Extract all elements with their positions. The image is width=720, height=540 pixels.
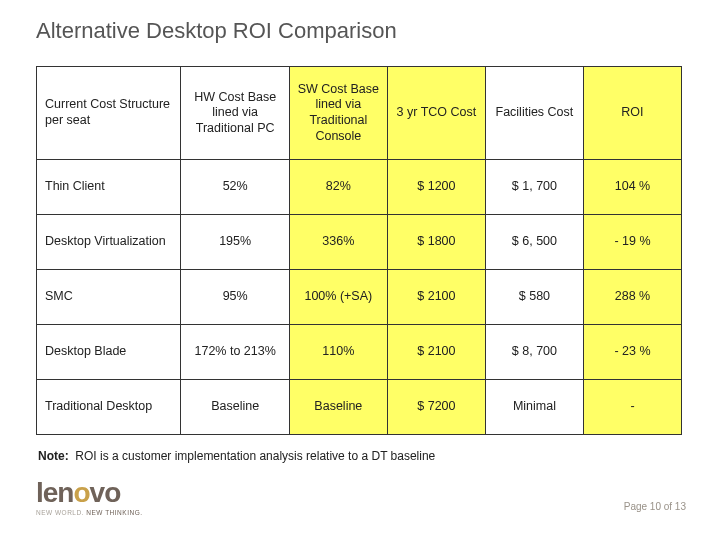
table-row: Desktop Virtualization 195% 336% $ 1800 … (37, 215, 682, 270)
lenovo-tagline: NEW WORLD. NEW THINKING. (36, 509, 143, 516)
table-row: Desktop Blade 172% to 213% 110% $ 2100 $… (37, 325, 682, 380)
cell-fac: $ 580 (485, 270, 583, 325)
cell-sw: 336% (289, 215, 387, 270)
cell-tco: $ 1200 (387, 160, 485, 215)
cell-fac: $ 8, 700 (485, 325, 583, 380)
cell-hw: 195% (181, 215, 289, 270)
table-row: Thin Client 52% 82% $ 1200 $ 1, 700 104 … (37, 160, 682, 215)
cell-roi: - (583, 380, 681, 435)
cell-roi: - 23 % (583, 325, 681, 380)
cell-tco: $ 1800 (387, 215, 485, 270)
cell-fac: Minimal (485, 380, 583, 435)
table-row: Traditional Desktop Baseline Baseline $ … (37, 380, 682, 435)
cell-hw: Baseline (181, 380, 289, 435)
lenovo-wordmark: lenovo (36, 479, 143, 507)
row-name: Thin Client (37, 160, 181, 215)
footnote-label: Note: (38, 449, 69, 463)
table-header-row: Current Cost Structure per seat HW Cost … (37, 67, 682, 160)
cell-fac: $ 1, 700 (485, 160, 583, 215)
cell-sw: 110% (289, 325, 387, 380)
cell-tco: $ 2100 (387, 325, 485, 380)
cell-roi: 104 % (583, 160, 681, 215)
cell-tco: $ 2100 (387, 270, 485, 325)
cell-fac: $ 6, 500 (485, 215, 583, 270)
cell-tco: $ 7200 (387, 380, 485, 435)
table-row: SMC 95% 100% (+SA) $ 2100 $ 580 288 % (37, 270, 682, 325)
cell-sw: 100% (+SA) (289, 270, 387, 325)
col-header-structure: Current Cost Structure per seat (37, 67, 181, 160)
cell-sw: 82% (289, 160, 387, 215)
lenovo-logo: lenovo NEW WORLD. NEW THINKING. (36, 479, 143, 516)
logo-pre: len (36, 477, 73, 508)
logo-accent: o (73, 477, 89, 508)
footnote-text: ROI is a customer implementation analysi… (75, 449, 435, 463)
col-header-sw: SW Cost Base lined via Traditional Conso… (289, 67, 387, 160)
col-header-hw: HW Cost Base lined via Traditional PC (181, 67, 289, 160)
logo-post: vo (90, 477, 121, 508)
col-header-fac: Facilities Cost (485, 67, 583, 160)
cell-roi: - 19 % (583, 215, 681, 270)
cell-roi: 288 % (583, 270, 681, 325)
cell-hw: 95% (181, 270, 289, 325)
col-header-tco: 3 yr TCO Cost (387, 67, 485, 160)
roi-table: Current Cost Structure per seat HW Cost … (36, 66, 682, 435)
row-name: Traditional Desktop (37, 380, 181, 435)
cell-sw: Baseline (289, 380, 387, 435)
row-name: Desktop Virtualization (37, 215, 181, 270)
cell-hw: 172% to 213% (181, 325, 289, 380)
row-name: Desktop Blade (37, 325, 181, 380)
tagline-a: NEW WORLD. (36, 509, 84, 516)
cell-hw: 52% (181, 160, 289, 215)
row-name: SMC (37, 270, 181, 325)
col-header-roi: ROI (583, 67, 681, 160)
page-title: Alternative Desktop ROI Comparison (36, 18, 686, 44)
page-number: Page 10 of 13 (624, 501, 686, 512)
footnote: Note: ROI is a customer implementation a… (38, 449, 686, 463)
tagline-b: NEW THINKING. (86, 509, 142, 516)
